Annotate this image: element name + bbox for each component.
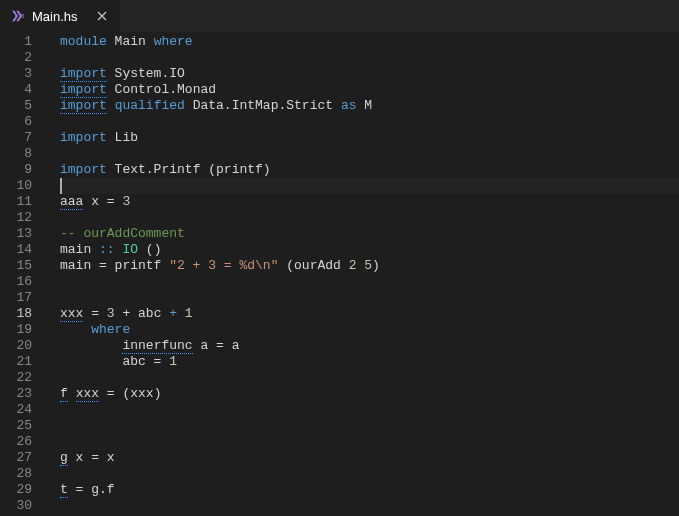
token: main — [60, 242, 99, 257]
code-line[interactable] — [60, 434, 679, 450]
code-line[interactable]: abc = 1 — [60, 354, 679, 370]
code-line[interactable] — [60, 114, 679, 130]
token: IO — [122, 242, 138, 257]
line-number: 24 — [0, 402, 52, 418]
line-number: 29 — [0, 482, 52, 498]
token — [107, 98, 115, 113]
line-number: 15 — [0, 258, 52, 274]
code-line[interactable] — [60, 210, 679, 226]
token: main = printf — [60, 258, 169, 273]
token — [60, 322, 91, 337]
token: f — [60, 386, 68, 402]
token: () — [138, 242, 161, 257]
token: innerfunc — [122, 338, 192, 354]
line-number: 12 — [0, 210, 52, 226]
code-line[interactable] — [60, 370, 679, 386]
code-line[interactable] — [60, 178, 679, 194]
code-line[interactable]: -- ourAddComment — [60, 226, 679, 242]
code-line[interactable]: import System.IO — [60, 66, 679, 82]
line-number: 4 — [0, 82, 52, 98]
line-number: 16 — [0, 274, 52, 290]
code-area[interactable]: module Main whereimport System.IOimport … — [52, 32, 679, 516]
token: a = a — [193, 338, 240, 353]
code-line[interactable] — [60, 274, 679, 290]
token: import — [60, 66, 107, 82]
line-number: 11 — [0, 194, 52, 210]
token: ) — [372, 258, 380, 273]
code-line[interactable] — [60, 290, 679, 306]
line-number: 8 — [0, 146, 52, 162]
token: = g.f — [68, 482, 115, 497]
code-line[interactable]: innerfunc a = a — [60, 338, 679, 354]
code-line[interactable] — [60, 418, 679, 434]
line-number: 10 — [0, 178, 52, 194]
line-number: 6 — [0, 114, 52, 130]
code-line[interactable] — [60, 50, 679, 66]
token: as — [341, 98, 357, 113]
line-number: 5 — [0, 98, 52, 114]
code-line[interactable]: main :: IO () — [60, 242, 679, 258]
token: import — [60, 130, 107, 145]
token: abc = — [60, 354, 169, 369]
line-number: 22 — [0, 370, 52, 386]
code-line[interactable]: import qualified Data.IntMap.Strict as M — [60, 98, 679, 114]
token: = (xxx) — [99, 386, 161, 401]
code-line[interactable]: main = printf "2 + 3 = %d\n" (ourAdd 2 5… — [60, 258, 679, 274]
code-line[interactable]: aaa x = 3 — [60, 194, 679, 210]
code-line[interactable]: import Lib — [60, 130, 679, 146]
code-line[interactable]: f xxx = (xxx) — [60, 386, 679, 402]
line-number: 7 — [0, 130, 52, 146]
token: 3 — [122, 194, 130, 209]
token: Data.IntMap.Strict — [185, 98, 341, 113]
tab-label: Main.hs — [32, 9, 78, 24]
code-line[interactable]: where — [60, 322, 679, 338]
token: x = — [83, 194, 122, 209]
token: (ourAdd — [278, 258, 348, 273]
token: xxx — [60, 306, 83, 322]
line-number-gutter: 1234567891011121314151617181920212223242… — [0, 32, 52, 516]
token: 1 — [169, 354, 177, 369]
code-line[interactable] — [60, 498, 679, 514]
code-line[interactable]: t = g.f — [60, 482, 679, 498]
code-line[interactable]: g x = x — [60, 450, 679, 466]
code-line[interactable] — [60, 466, 679, 482]
token: + — [169, 306, 177, 321]
cursor — [60, 178, 62, 194]
token: System.IO — [107, 66, 185, 81]
tab-bar: Main.hs — [0, 0, 679, 32]
token: where — [154, 34, 193, 49]
code-line[interactable]: import Text.Printf (printf) — [60, 162, 679, 178]
line-number: 20 — [0, 338, 52, 354]
editor[interactable]: 1234567891011121314151617181920212223242… — [0, 32, 679, 516]
line-number: 2 — [0, 50, 52, 66]
line-number: 27 — [0, 450, 52, 466]
tab-main-hs[interactable]: Main.hs — [0, 0, 120, 32]
line-number: 1 — [0, 34, 52, 50]
line-number: 3 — [0, 66, 52, 82]
line-number: 18 — [0, 306, 52, 322]
line-number: 17 — [0, 290, 52, 306]
close-icon[interactable] — [94, 8, 110, 24]
line-number: 25 — [0, 418, 52, 434]
code-line[interactable] — [60, 146, 679, 162]
token: :: — [99, 242, 115, 257]
haskell-icon — [10, 8, 26, 24]
line-number: 26 — [0, 434, 52, 450]
code-line[interactable]: import Control.Monad — [60, 82, 679, 98]
token: t — [60, 482, 68, 498]
line-number: 14 — [0, 242, 52, 258]
token: 1 — [185, 306, 193, 321]
line-number: 19 — [0, 322, 52, 338]
token: g — [60, 450, 68, 466]
token: xxx — [76, 386, 99, 402]
token: + abc — [115, 306, 170, 321]
code-line[interactable]: module Main where — [60, 34, 679, 50]
token: x = x — [68, 450, 115, 465]
line-number: 30 — [0, 498, 52, 514]
token — [177, 306, 185, 321]
code-line[interactable] — [60, 402, 679, 418]
code-line[interactable]: xxx = 3 + abc + 1 — [60, 306, 679, 322]
token: where — [91, 322, 130, 337]
token: 5 — [364, 258, 372, 273]
token: = — [83, 306, 106, 321]
